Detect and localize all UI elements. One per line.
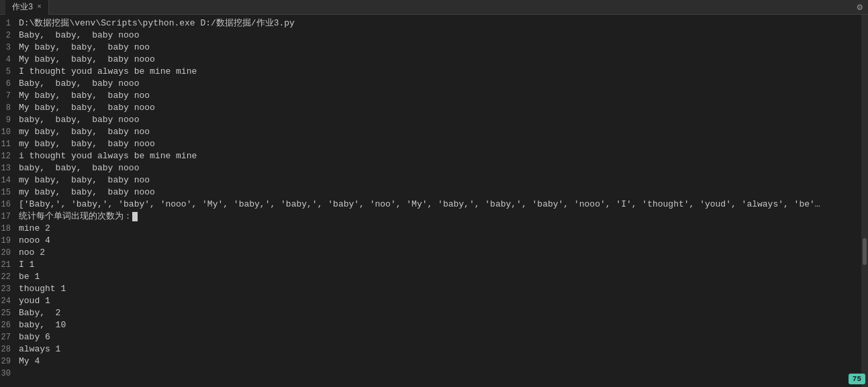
terminal-tab[interactable]: 作业3 × bbox=[5, 0, 49, 15]
line-num-16: 16 bbox=[0, 199, 11, 211]
output-line-6: My baby, baby, baby nooo bbox=[19, 102, 856, 114]
line-num-22: 22 bbox=[0, 271, 11, 283]
output-line-0: Baby, baby, baby nooo bbox=[19, 30, 856, 42]
output-line-16: mine 2 bbox=[19, 223, 856, 235]
line-num-19: 19 bbox=[0, 235, 11, 247]
line-num-23: 23 bbox=[0, 283, 11, 295]
line-numbers: 1 2 3 4 5 6 7 8 9 10 11 12 13 14 15 16 1… bbox=[0, 15, 13, 387]
output-line-4: Baby, baby, baby nooo bbox=[19, 78, 856, 90]
output-line-24: baby, 10 bbox=[19, 319, 856, 331]
output-line-15: 统计每个单词出现的次数为： bbox=[19, 211, 856, 223]
output-line-11: baby, baby, baby nooo bbox=[19, 162, 856, 174]
tab-close-icon[interactable]: × bbox=[37, 3, 42, 11]
scrollbar-thumb[interactable] bbox=[863, 238, 867, 265]
line-num-3: 3 bbox=[0, 42, 11, 54]
output-line-8: my baby, baby, baby noo bbox=[19, 126, 856, 138]
output-line-25: baby 6 bbox=[19, 331, 856, 343]
badge: 75 bbox=[849, 374, 865, 384]
line-num-6: 6 bbox=[0, 78, 11, 90]
output-line-2: My baby, baby, baby nooo bbox=[19, 54, 856, 66]
line-num-1: 1 bbox=[0, 17, 11, 30]
output-line-9: my baby, baby, baby nooo bbox=[19, 138, 856, 150]
line-num-9: 9 bbox=[0, 114, 11, 126]
cursor bbox=[132, 212, 138, 221]
line-num-29: 29 bbox=[0, 355, 11, 368]
terminal-container: 1 2 3 4 5 6 7 8 9 10 11 12 13 14 15 16 1… bbox=[0, 15, 868, 387]
title-bar: 作业3 × ⚙ bbox=[0, 0, 868, 15]
output-line-20: be 1 bbox=[19, 271, 856, 283]
line-num-8: 8 bbox=[0, 102, 11, 114]
output-line-3: I thought youd always be mine mine bbox=[19, 66, 856, 78]
scrollbar[interactable] bbox=[861, 15, 868, 387]
output-line-14: ['Baby,', 'baby,', 'baby', 'nooo', 'My',… bbox=[19, 199, 824, 211]
line-num-25: 25 bbox=[0, 307, 11, 319]
line-num-15: 15 bbox=[0, 186, 11, 199]
title-bar-right: ⚙ bbox=[857, 1, 863, 13]
output-line-18: noo 2 bbox=[19, 247, 856, 259]
line-num-10: 10 bbox=[0, 126, 11, 138]
output-line-22: youd 1 bbox=[19, 295, 856, 307]
output-line-19: I 1 bbox=[19, 259, 856, 271]
line-num-21: 21 bbox=[0, 259, 11, 271]
tab-label: 作业3 bbox=[12, 1, 33, 13]
line-num-11: 11 bbox=[0, 138, 11, 150]
line-num-24: 24 bbox=[0, 295, 11, 307]
output-line-27: My 4 bbox=[19, 355, 856, 368]
line-num-18: 18 bbox=[0, 223, 11, 235]
line-num-5: 5 bbox=[0, 66, 11, 78]
terminal-content[interactable]: D:\数据挖掘\venv\Scripts\python.exe D:/数据挖掘/… bbox=[13, 15, 861, 387]
line-num-20: 20 bbox=[0, 247, 11, 259]
line-num-4: 4 bbox=[0, 54, 11, 66]
output-line-12: my baby, baby, baby noo bbox=[19, 174, 856, 186]
output-line-1: My baby, baby, baby noo bbox=[19, 42, 856, 54]
line-num-12: 12 bbox=[0, 150, 11, 162]
line-num-17: 17 bbox=[0, 211, 11, 223]
line-num-26: 26 bbox=[0, 319, 11, 331]
line-num-13: 13 bbox=[0, 162, 11, 174]
output-line-5: My baby, baby, baby noo bbox=[19, 90, 856, 102]
line-num-14: 14 bbox=[0, 174, 11, 186]
output-line-10: i thought youd always be mine mine bbox=[19, 150, 856, 162]
title-bar-left: 作业3 × bbox=[5, 0, 49, 15]
line-num-30: 30 bbox=[0, 368, 11, 380]
line-num-27: 27 bbox=[0, 331, 11, 343]
output-line-13: my baby, baby, baby nooo bbox=[19, 186, 856, 199]
line-num-2: 2 bbox=[0, 30, 11, 42]
output-line-26: always 1 bbox=[19, 343, 856, 355]
output-line-17: nooo 4 bbox=[19, 235, 856, 247]
line-num-7: 7 bbox=[0, 90, 11, 102]
output-line-21: thought 1 bbox=[19, 283, 856, 295]
output-line-23: Baby, 2 bbox=[19, 307, 856, 319]
command-line: D:\数据挖掘\venv\Scripts\python.exe D:/数据挖掘/… bbox=[19, 17, 856, 30]
line-num-28: 28 bbox=[0, 343, 11, 355]
output-line-7: baby, baby, baby nooo bbox=[19, 114, 856, 126]
settings-icon[interactable]: ⚙ bbox=[857, 1, 863, 13]
